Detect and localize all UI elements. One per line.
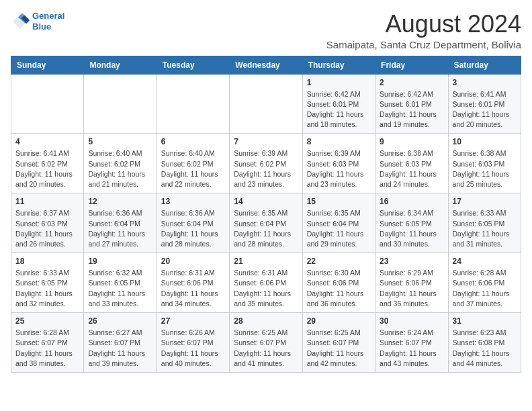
day-info: Sunrise: 6:39 AMSunset: 6:02 PMDaylight:…: [234, 148, 298, 189]
day-number: 23: [380, 257, 443, 266]
day-info: Sunrise: 6:40 AMSunset: 6:02 PMDaylight:…: [161, 148, 225, 189]
day-number: 11: [15, 197, 79, 206]
day-number: 17: [453, 197, 517, 206]
weekday-header-monday: Monday: [84, 56, 157, 74]
logo-text: General Blue: [32, 11, 64, 32]
logo-line2: Blue: [32, 21, 51, 32]
day-number: 16: [380, 197, 443, 206]
week-row-4: 18Sunrise: 6:33 AMSunset: 6:05 PMDayligh…: [11, 253, 521, 313]
week-row-3: 11Sunrise: 6:37 AMSunset: 6:03 PMDayligh…: [11, 193, 521, 253]
title-block: August 2024 Samaipata, Santa Cruz Depart…: [326, 11, 521, 50]
day-number: 14: [234, 197, 298, 206]
calendar-cell: 26Sunrise: 6:27 AMSunset: 6:07 PMDayligh…: [84, 313, 157, 373]
calendar-cell: 10Sunrise: 6:38 AMSunset: 6:03 PMDayligh…: [448, 134, 521, 193]
calendar-cell: 20Sunrise: 6:31 AMSunset: 6:06 PMDayligh…: [157, 253, 229, 313]
logo-icon: [11, 12, 30, 31]
calendar-cell: 21Sunrise: 6:31 AMSunset: 6:06 PMDayligh…: [230, 253, 302, 313]
calendar-cell: 28Sunrise: 6:25 AMSunset: 6:07 PMDayligh…: [230, 313, 302, 373]
calendar-cell: 9Sunrise: 6:38 AMSunset: 6:03 PMDaylight…: [375, 134, 448, 193]
weekday-header-friday: Friday: [375, 56, 448, 74]
day-info: Sunrise: 6:26 AMSunset: 6:07 PMDaylight:…: [161, 328, 225, 369]
week-row-2: 4Sunrise: 6:41 AMSunset: 6:02 PMDaylight…: [11, 134, 521, 193]
weekday-header-wednesday: Wednesday: [230, 56, 302, 74]
day-number: 27: [161, 316, 225, 326]
weekday-header-row: SundayMondayTuesdayWednesdayThursdayFrid…: [11, 56, 521, 74]
calendar-cell: 23Sunrise: 6:29 AMSunset: 6:06 PMDayligh…: [375, 253, 448, 313]
calendar-cell: 14Sunrise: 6:35 AMSunset: 6:04 PMDayligh…: [230, 193, 302, 253]
calendar-cell: 22Sunrise: 6:30 AMSunset: 6:06 PMDayligh…: [302, 253, 375, 313]
day-number: 9: [380, 137, 443, 146]
calendar-cell: [11, 74, 84, 134]
calendar-cell: 7Sunrise: 6:39 AMSunset: 6:02 PMDaylight…: [230, 134, 302, 193]
day-number: 1: [307, 78, 371, 87]
weekday-header-sunday: Sunday: [11, 56, 84, 74]
day-number: 30: [380, 316, 443, 326]
day-info: Sunrise: 6:31 AMSunset: 6:06 PMDaylight:…: [234, 268, 298, 309]
subtitle: Samaipata, Santa Cruz Department, Bolivi…: [326, 39, 521, 50]
calendar-cell: 18Sunrise: 6:33 AMSunset: 6:05 PMDayligh…: [11, 253, 84, 313]
calendar-cell: 24Sunrise: 6:28 AMSunset: 6:06 PMDayligh…: [448, 253, 521, 313]
day-number: 25: [15, 316, 79, 326]
day-info: Sunrise: 6:42 AMSunset: 6:01 PMDaylight:…: [380, 89, 443, 130]
day-number: 20: [161, 257, 225, 266]
day-number: 29: [307, 316, 371, 326]
calendar-cell: 1Sunrise: 6:42 AMSunset: 6:01 PMDaylight…: [302, 74, 375, 134]
day-number: 7: [234, 137, 298, 146]
calendar-cell: 11Sunrise: 6:37 AMSunset: 6:03 PMDayligh…: [11, 193, 84, 253]
day-number: 10: [453, 137, 517, 146]
calendar-cell: 12Sunrise: 6:36 AMSunset: 6:04 PMDayligh…: [84, 193, 157, 253]
calendar-cell: 17Sunrise: 6:33 AMSunset: 6:05 PMDayligh…: [448, 193, 521, 253]
calendar-cell: 27Sunrise: 6:26 AMSunset: 6:07 PMDayligh…: [157, 313, 229, 373]
calendar-cell: 6Sunrise: 6:40 AMSunset: 6:02 PMDaylight…: [157, 134, 229, 193]
calendar-cell: 4Sunrise: 6:41 AMSunset: 6:02 PMDaylight…: [11, 134, 84, 193]
week-row-1: 1Sunrise: 6:42 AMSunset: 6:01 PMDaylight…: [11, 74, 521, 134]
calendar-cell: 30Sunrise: 6:24 AMSunset: 6:07 PMDayligh…: [375, 313, 448, 373]
day-info: Sunrise: 6:32 AMSunset: 6:05 PMDaylight:…: [88, 268, 152, 309]
day-info: Sunrise: 6:28 AMSunset: 6:07 PMDaylight:…: [15, 328, 79, 369]
day-info: Sunrise: 6:41 AMSunset: 6:01 PMDaylight:…: [453, 89, 517, 130]
calendar-cell: 2Sunrise: 6:42 AMSunset: 6:01 PMDaylight…: [375, 74, 448, 134]
day-info: Sunrise: 6:37 AMSunset: 6:03 PMDaylight:…: [15, 208, 79, 249]
day-info: Sunrise: 6:36 AMSunset: 6:04 PMDaylight:…: [88, 208, 152, 249]
day-number: 24: [453, 257, 517, 266]
day-info: Sunrise: 6:27 AMSunset: 6:07 PMDaylight:…: [88, 328, 152, 369]
main-title: August 2024: [326, 11, 521, 38]
calendar-cell: 19Sunrise: 6:32 AMSunset: 6:05 PMDayligh…: [84, 253, 157, 313]
calendar-cell: 29Sunrise: 6:25 AMSunset: 6:07 PMDayligh…: [302, 313, 375, 373]
day-info: Sunrise: 6:35 AMSunset: 6:04 PMDaylight:…: [307, 208, 371, 249]
calendar-cell: [157, 74, 229, 134]
day-number: 26: [88, 316, 152, 326]
day-info: Sunrise: 6:30 AMSunset: 6:06 PMDaylight:…: [307, 268, 371, 309]
day-info: Sunrise: 6:33 AMSunset: 6:05 PMDaylight:…: [453, 208, 517, 249]
day-info: Sunrise: 6:38 AMSunset: 6:03 PMDaylight:…: [453, 148, 517, 189]
calendar-cell: 16Sunrise: 6:34 AMSunset: 6:05 PMDayligh…: [375, 193, 448, 253]
day-number: 6: [161, 137, 225, 146]
logo-line1: General: [32, 11, 64, 21]
weekday-header-tuesday: Tuesday: [157, 56, 229, 74]
calendar-table: SundayMondayTuesdayWednesdayThursdayFrid…: [11, 56, 521, 373]
day-info: Sunrise: 6:41 AMSunset: 6:02 PMDaylight:…: [15, 148, 79, 189]
day-info: Sunrise: 6:36 AMSunset: 6:04 PMDaylight:…: [161, 208, 225, 249]
logo: General Blue: [11, 11, 64, 32]
weekday-header-saturday: Saturday: [448, 56, 521, 74]
day-info: Sunrise: 6:29 AMSunset: 6:06 PMDaylight:…: [380, 268, 443, 309]
calendar-cell: [230, 74, 302, 134]
day-number: 15: [307, 197, 371, 206]
day-info: Sunrise: 6:39 AMSunset: 6:03 PMDaylight:…: [307, 148, 371, 189]
day-number: 28: [234, 316, 298, 326]
calendar-cell: 25Sunrise: 6:28 AMSunset: 6:07 PMDayligh…: [11, 313, 84, 373]
calendar-cell: 8Sunrise: 6:39 AMSunset: 6:03 PMDaylight…: [302, 134, 375, 193]
day-info: Sunrise: 6:24 AMSunset: 6:07 PMDaylight:…: [380, 328, 443, 369]
day-number: 31: [453, 316, 517, 326]
day-number: 2: [380, 78, 443, 87]
day-number: 19: [88, 257, 152, 266]
day-info: Sunrise: 6:38 AMSunset: 6:03 PMDaylight:…: [380, 148, 443, 189]
day-number: 21: [234, 257, 298, 266]
day-info: Sunrise: 6:28 AMSunset: 6:06 PMDaylight:…: [453, 268, 517, 309]
day-number: 22: [307, 257, 371, 266]
day-number: 4: [15, 137, 79, 146]
calendar-cell: 15Sunrise: 6:35 AMSunset: 6:04 PMDayligh…: [302, 193, 375, 253]
day-number: 8: [307, 137, 371, 146]
day-number: 3: [453, 78, 517, 87]
day-number: 18: [15, 257, 79, 266]
